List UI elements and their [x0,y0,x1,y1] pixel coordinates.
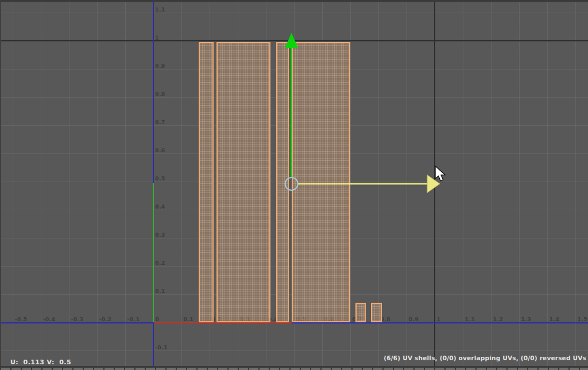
y-tick-label: 0.5 [155,175,165,182]
uv-shell[interactable] [292,42,350,322]
y-tick-label: 0.8 [155,91,165,98]
panel-left-edge [0,0,1,370]
u1-gridline [434,0,435,366]
uv-shell[interactable] [276,42,289,322]
timeline-strip[interactable] [0,368,588,370]
y-tick-label: 0.1 [155,288,165,295]
y-tick-label: 0.6 [155,147,165,154]
v-axis-origin-segment [153,183,154,322]
y-tick-label: 0.2 [155,260,165,267]
v1-gridline [0,40,588,41]
uv-shell[interactable] [199,42,214,322]
y-tick-label: 0.9 [155,63,165,70]
u-axis-origin-segment [154,322,292,323]
uv-coordinate-readout: U: 0.113 V: 0.5 [10,359,71,366]
y-tick-label: -0.1 [155,344,168,351]
uv-shell[interactable] [355,303,366,322]
uv-shell-stats-readout: (6/6) UV shells, (0/0) overlapping UVs, … [384,354,586,361]
y-tick-label: 0.3 [155,232,165,238]
y-tick-label: 1 [155,34,159,41]
y-tick-label: 1.1 [155,6,165,13]
uv-editor-viewport[interactable]: -0.5-0.4-0.3-0.2-0.100.10.20.30.40.50.60… [0,0,588,370]
y-tick-label: 0.7 [155,119,165,126]
u-axis-line [0,322,588,323]
uv-shell[interactable] [371,303,382,322]
y-tick-label: 0.4 [155,203,165,210]
uv-shell[interactable] [216,42,270,322]
panel-top-edge [0,0,588,2]
